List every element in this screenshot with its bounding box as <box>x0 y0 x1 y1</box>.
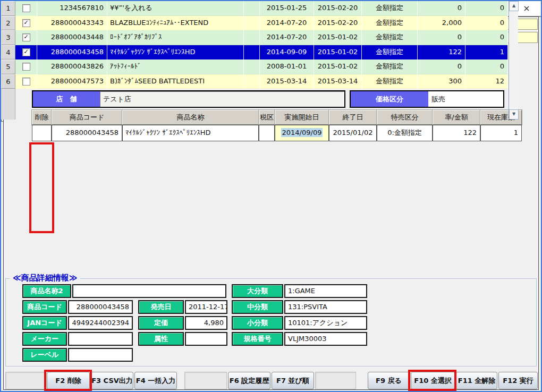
detail-middle-value[interactable]: 131:PSVITA <box>284 300 367 314</box>
row-code-cell[interactable]: 288000043448 <box>37 30 107 45</box>
f3-csv-button[interactable]: F3 CSV出力 <box>91 372 133 389</box>
detail-labelf-value[interactable] <box>68 348 133 362</box>
detail-maker-value[interactable] <box>68 332 133 346</box>
row-start-cell[interactable]: 2014-07-20 <box>260 16 314 31</box>
row-type-cell[interactable]: 金額指定 <box>362 74 418 89</box>
row-stock-cell[interactable]: 0 <box>465 59 508 74</box>
detail-major-value[interactable]: 1:GAME <box>284 284 367 298</box>
filter-price_type-value[interactable]: 販売 <box>428 91 503 107</box>
row-number[interactable]: 6 <box>1 74 15 89</box>
checkbox-unchecked[interactable] <box>22 78 30 86</box>
row-start-cell[interactable]: 2015-03-14 <box>260 74 314 89</box>
row-tax-cell[interactable] <box>244 30 260 45</box>
edit-row-tax-field[interactable] <box>259 125 275 141</box>
row-number[interactable]: 2 <box>1 16 15 31</box>
row-code-cell[interactable]: 1234567810 <box>37 1 107 16</box>
row-number[interactable]: 4 <box>1 45 15 60</box>
row-stock-cell[interactable]: 1 <box>465 45 508 60</box>
row-start-cell[interactable]: 2014-09-09 <box>260 45 314 60</box>
edit-row-end-field[interactable]: 2015/01/02 <box>329 125 377 141</box>
f6-history-button[interactable]: F6 設定履歴 <box>228 372 270 389</box>
checkbox-checked[interactable]: ✓ <box>22 33 30 41</box>
row-amount-cell[interactable]: 0 <box>418 1 465 16</box>
detail-code-value[interactable]: 288000043458 <box>68 300 133 314</box>
row-end-cell[interactable]: 2015-01-02 <box>314 45 362 60</box>
row-name-cell[interactable]: ｱｯﾄﾌｨｰﾙﾄﾞ <box>107 59 244 74</box>
row-name-cell[interactable]: ﾏｲｹﾙｼﾞｬｸｿﾝ ｻﾞｴｸｽﾍﾟﾘｴﾝｽHD <box>107 45 244 60</box>
detail-release-value[interactable]: 2011-12-17 <box>185 300 227 314</box>
row-number[interactable]: 3 <box>1 30 15 45</box>
row-end-cell[interactable]: 2015-01-02 <box>314 59 362 74</box>
edit-row-code-field[interactable]: 288000043458 <box>52 125 122 141</box>
row-tax-cell[interactable] <box>244 45 260 60</box>
row-tax-cell[interactable] <box>244 59 260 74</box>
row-type-cell[interactable]: 金額指定 <box>362 45 418 60</box>
edit-row-type-field[interactable]: 0:金額指定 <box>377 125 433 141</box>
row-end-cell[interactable]: 2015-02-20 <box>314 1 362 16</box>
edit-row-delete-field[interactable] <box>32 125 52 141</box>
scroll-up-arrow[interactable]: ▲ <box>509 1 519 11</box>
detail-price-value[interactable]: 4,980 <box>185 316 227 330</box>
row-type-cell[interactable]: 金額指定 <box>362 30 418 45</box>
column-header-2[interactable]: 商品名称 <box>122 110 259 125</box>
row-amount-cell[interactable]: 2,000 <box>418 16 465 31</box>
row-name-cell[interactable]: ﾛｰﾄﾞｵﾌﾞｱﾎﾟｶﾘﾌﾟｽ <box>107 30 244 45</box>
row-stock-cell[interactable]: 0 <box>465 30 508 45</box>
column-header-6[interactable]: 特売区分 <box>377 110 433 125</box>
edit-row-amount-field[interactable]: 122 <box>433 125 480 141</box>
row-name-cell[interactable]: ¥¥”'を入れる <box>107 1 244 16</box>
row-code-cell[interactable]: 288000043458 <box>37 45 107 60</box>
row-tax-cell[interactable] <box>244 16 260 31</box>
filter-store-value[interactable]: テスト店 <box>100 91 344 107</box>
scroll-down-arrow[interactable]: ▼ <box>509 109 519 120</box>
row-tax-cell[interactable] <box>244 74 260 89</box>
row-end-cell[interactable]: 2015-02-20 <box>314 16 362 31</box>
column-header-1[interactable]: 商品コード <box>52 110 122 125</box>
column-header-3[interactable]: 税区 <box>259 110 275 125</box>
detail-attr-value[interactable] <box>185 332 227 346</box>
row-start-cell[interactable]: 2008-01-01 <box>260 59 314 74</box>
row-end-cell[interactable]: 2015-01-02 <box>314 30 362 45</box>
f12-execute-button[interactable]: F12 実行 <box>498 372 538 389</box>
row-start-cell[interactable]: 2015-01-25 <box>260 1 314 16</box>
checkbox-checked[interactable]: ✓ <box>22 19 30 27</box>
row-name-cell[interactable]: B)ｶﾞﾝﾀﾞﾑSEED BATTLEDESTI <box>107 74 244 89</box>
row-number[interactable]: 5 <box>1 59 15 74</box>
row-type-cell[interactable]: 金額指定 <box>362 16 418 31</box>
detail-model-value[interactable]: VLJM30003 <box>284 332 367 346</box>
detail-jan-value[interactable]: 4949244002394 <box>68 316 133 330</box>
row-amount-cell[interactable]: 0 <box>418 30 465 45</box>
row-end-cell[interactable]: 2015-03-14 <box>314 74 362 89</box>
row-type-cell[interactable]: 金額指定 <box>362 59 418 74</box>
column-header-7[interactable]: 率/金額 <box>433 110 480 125</box>
grid-vertical-scrollbar[interactable]: ▲▼ <box>509 1 518 120</box>
f9-back-button[interactable]: F9 戻る <box>368 372 410 389</box>
edit-row-start-field[interactable]: 2014/09/09 <box>275 125 329 141</box>
f11-clearall-button[interactable]: F11 全解除 <box>456 372 497 389</box>
row-start-cell[interactable]: 2014-07-20 <box>260 30 314 45</box>
column-header-0[interactable]: 削除 <box>32 110 52 125</box>
row-type-cell[interactable]: 金額指定 <box>362 1 418 16</box>
row-code-cell[interactable]: 288000043826 <box>37 59 107 74</box>
row-code-cell[interactable]: 288000047573 <box>37 74 107 89</box>
row-stock-cell[interactable]: 0 <box>465 1 508 16</box>
f7-sort-button[interactable]: F7 並び順 <box>272 372 314 389</box>
column-header-4[interactable]: 実施開始日 <box>275 110 329 125</box>
row-name-cell[interactable]: BLAZBLUEｺﾝﾃｨﾆｭｱﾑ･･EXTEND <box>107 16 244 31</box>
checkbox-unchecked[interactable] <box>22 63 30 71</box>
detail-name2-value[interactable] <box>72 284 226 298</box>
row-code-cell[interactable]: 288000043343 <box>37 16 107 31</box>
f4-bulk-button[interactable]: F4 一括入力 <box>134 372 177 389</box>
detail-minor-value[interactable]: 10101:アクション <box>284 316 367 330</box>
column-header-5[interactable]: 終了日 <box>329 110 377 125</box>
row-amount-cell[interactable]: 0 <box>418 59 465 74</box>
row-tax-cell[interactable] <box>244 1 260 16</box>
row-number[interactable]: 1 <box>1 1 15 16</box>
row-amount-cell[interactable]: 122 <box>418 45 465 60</box>
checkbox-unchecked[interactable] <box>22 4 30 12</box>
edit-row-stock-field[interactable]: 1 <box>480 125 522 141</box>
row-stock-cell[interactable]: 0 <box>465 16 508 31</box>
row-amount-cell[interactable]: 300 <box>418 74 465 89</box>
checkbox-checked[interactable]: ✓ <box>22 48 30 56</box>
edit-row-name-field[interactable]: ﾏｲｹﾙｼﾞｬｸｿﾝ ｻﾞｴｸｽﾍﾟﾘｴﾝｽHD <box>122 125 259 141</box>
